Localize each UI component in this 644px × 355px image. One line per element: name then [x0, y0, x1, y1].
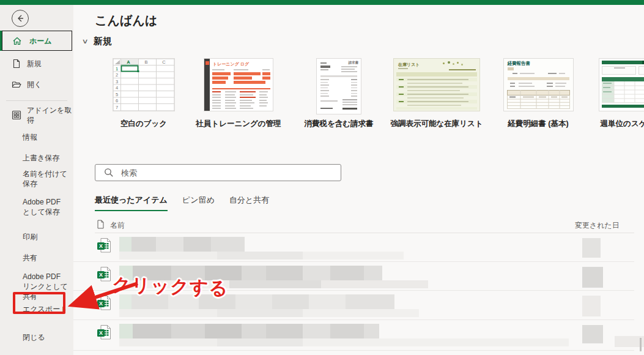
svg-text:C: C	[162, 59, 166, 65]
expense-report-thumbnail: 経費報告書	[504, 59, 573, 111]
inventory-list-thumbnail: 在庫リスト	[394, 59, 479, 111]
sidebar-item-label: 新規	[27, 59, 42, 69]
template-card-inventory-list[interactable]: 在庫リスト	[390, 59, 483, 129]
document-icon	[97, 220, 105, 231]
template-card-invoice[interactable]: 請求書	[292, 59, 385, 129]
sidebar-item-export[interactable]: エクスポート	[0, 301, 73, 317]
file-list-header: 名前 変更された日	[73, 219, 644, 233]
template-card-employee-training[interactable]: トレーニング ログ	[193, 59, 284, 129]
svg-text:5: 5	[116, 92, 118, 97]
template-thumbnail: A B C 1 2 3 4 5 6 7	[113, 59, 174, 116]
open-folder-icon	[12, 80, 21, 89]
sidebar-item-label: 上書き保存	[23, 153, 59, 163]
sidebar-item-save-as-adobe-pdf[interactable]: Adobe PDF として保存	[0, 197, 73, 222]
redacted-file-name	[119, 294, 394, 309]
new-section-label: 新規	[94, 36, 112, 47]
file-row[interactable]: X	[73, 233, 634, 262]
sidebar-item-open[interactable]: 開く	[0, 75, 73, 94]
search-box[interactable]	[95, 164, 341, 181]
recent-file-list: X X X X	[73, 233, 644, 351]
redacted-file-path	[119, 309, 419, 317]
redacted-file-name	[119, 324, 379, 338]
sidebar-item-new[interactable]: 新規	[0, 54, 73, 73]
excel-workbook-icon: X	[97, 237, 112, 256]
excel-workbook-icon: X	[97, 266, 112, 285]
sidebar-item-close[interactable]: 閉じる	[0, 329, 73, 345]
template-label: 社員トレーニングの管理	[196, 119, 281, 129]
name-column-header[interactable]: 名前	[110, 220, 125, 231]
tab-shared-with-me[interactable]: 自分と共有	[229, 195, 269, 211]
svg-text:2: 2	[116, 72, 118, 78]
home-icon	[12, 36, 22, 46]
template-thumbnail: 経費報告書	[504, 59, 573, 116]
weekly-schedule-thumbnail	[599, 59, 644, 111]
excel-workbook-icon: X	[97, 324, 112, 343]
back-button[interactable]	[12, 10, 29, 27]
sidebar-item-label: エクスポート	[23, 304, 67, 314]
vertical-scrollbar[interactable]	[640, 338, 642, 351]
template-strip: A B C 1 2 3 4 5 6 7 空白のブック	[73, 59, 644, 133]
svg-text:4: 4	[116, 85, 118, 91]
search-icon	[104, 168, 114, 177]
redacted-file-path	[119, 252, 404, 260]
sidebar-item-info[interactable]: 情報	[0, 129, 73, 145]
svg-text:X: X	[99, 272, 103, 278]
svg-text:1: 1	[116, 66, 118, 72]
sidebar-item-share-adobe-pdf-link[interactable]: Adobe PDF リンクとして共有	[0, 272, 73, 296]
new-section-header[interactable]: ∨ 新規	[83, 36, 112, 47]
template-thumbnail: 在庫リスト	[394, 59, 479, 116]
template-card-weekly-schedule[interactable]: 週単位のスケジュール	[593, 59, 644, 129]
file-row[interactable]: X	[73, 291, 634, 320]
blank-workbook-thumbnail: A B C 1 2 3 4 5 6 7	[113, 59, 174, 111]
redacted-date	[582, 325, 603, 343]
sidebar-item-get-addins[interactable]: アドインを取得	[0, 105, 73, 125]
back-arrow-icon	[16, 14, 24, 23]
template-card-blank-workbook[interactable]: A B C 1 2 3 4 5 6 7 空白のブック	[95, 59, 193, 129]
redacted-file-path	[119, 280, 428, 288]
invoice-thumbnail: 請求書	[317, 59, 361, 114]
file-list-tabs: 最近使ったアイテム ピン留め 自分と共有	[95, 195, 269, 211]
redacted-file-path	[119, 338, 569, 346]
template-label: 経費明細書 (基本)	[508, 119, 568, 129]
svg-text:6: 6	[116, 98, 118, 103]
new-document-icon	[12, 59, 21, 69]
title-bar	[0, 0, 644, 5]
sidebar-divider	[6, 100, 67, 101]
template-label: 強調表示可能な在庫リスト	[390, 119, 483, 129]
redacted-date	[582, 238, 601, 258]
svg-text:A: A	[127, 59, 130, 65]
svg-text:X: X	[99, 243, 103, 249]
template-label: 週単位のスケジュール	[601, 119, 644, 129]
sidebar-item-label: Adobe PDF リンクとして共有	[23, 272, 69, 301]
redacted-file-name	[119, 266, 382, 280]
svg-text:B: B	[144, 59, 147, 65]
tab-recent[interactable]: 最近使ったアイテム	[95, 195, 168, 211]
sidebar-item-save[interactable]: 上書き保存	[0, 150, 73, 166]
svg-text:X: X	[99, 330, 103, 336]
tab-pinned[interactable]: ピン留め	[182, 195, 215, 211]
sidebar-item-label: 閉じる	[23, 332, 45, 342]
chevron-down-icon: ∨	[81, 37, 88, 45]
excel-workbook-icon: X	[97, 295, 112, 313]
template-label: 空白のブック	[120, 119, 167, 129]
template-thumbnail	[599, 59, 644, 116]
sidebar-item-label: 開く	[27, 80, 42, 89]
file-row[interactable]: X	[73, 262, 634, 291]
sidebar-item-label: ホーム	[29, 36, 52, 46]
sidebar-item-save-as[interactable]: 名前を付けて保存	[0, 169, 73, 193]
svg-text:3: 3	[116, 79, 118, 84]
modified-column-header[interactable]: 変更された日	[575, 220, 620, 231]
template-card-expense-report[interactable]: 経費報告書	[492, 59, 585, 129]
backstage-home-panel: こんばんは ∨ 新規	[73, 5, 644, 355]
sidebar-item-share[interactable]: 共有	[0, 250, 73, 266]
template-label: 消費税を含む請求書	[304, 119, 373, 129]
file-row[interactable]: X	[73, 320, 634, 351]
template-thumbnail: 請求書	[317, 59, 361, 116]
search-input[interactable]	[121, 168, 341, 177]
sidebar-item-label: 共有	[23, 253, 37, 263]
add-ins-icon	[12, 110, 21, 120]
excel-backstage-window: { "window": { "topbar_color": "#0e7b41",…	[0, 0, 644, 355]
sidebar-item-home[interactable]: ホーム	[2, 31, 72, 51]
sidebar-item-print[interactable]: 印刷	[0, 229, 73, 245]
sidebar-item-label: 情報	[23, 132, 37, 142]
